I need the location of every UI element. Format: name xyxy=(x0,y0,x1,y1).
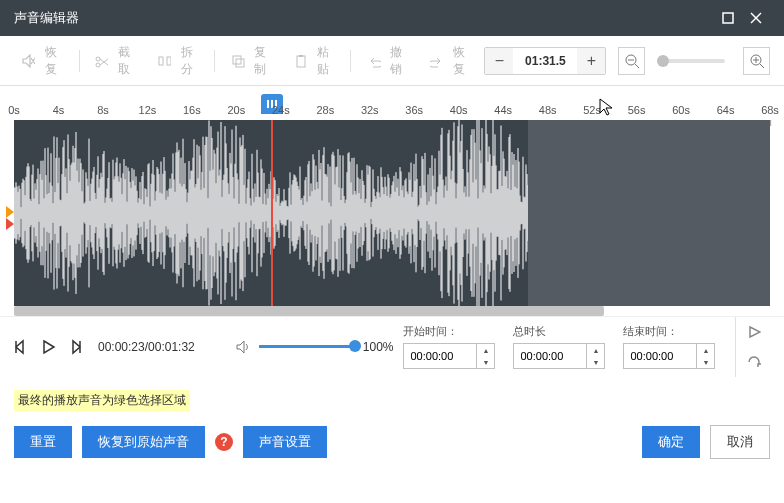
svg-rect-3 xyxy=(159,57,163,65)
spin-up[interactable]: ▲ xyxy=(697,344,714,356)
split-button[interactable]: 拆分 xyxy=(150,39,207,83)
waveform-area[interactable] xyxy=(14,120,770,316)
spin-down[interactable]: ▼ xyxy=(587,356,604,368)
window-title: 声音编辑器 xyxy=(14,9,79,27)
volume-control: 100% xyxy=(235,339,394,355)
copy-icon xyxy=(231,54,244,68)
sound-settings-button[interactable]: 声音设置 xyxy=(243,426,327,458)
svg-rect-5 xyxy=(233,56,241,64)
ruler-tick: 12s xyxy=(139,104,157,116)
transport-controls: 00:00:23/00:01:32 100% 开始时间： ▲▼ 总时长 ▲▼ 结… xyxy=(0,316,784,376)
end-marker[interactable] xyxy=(6,218,14,230)
total-time-input[interactable]: ▲▼ xyxy=(513,343,605,369)
end-time-input[interactable]: ▲▼ xyxy=(623,343,715,369)
start-marker[interactable] xyxy=(6,206,14,218)
ruler-tick: 64s xyxy=(717,104,735,116)
time-display: 01:31.5 xyxy=(513,54,577,68)
total-time-label: 总时长 xyxy=(513,324,605,339)
ruler-tick: 16s xyxy=(183,104,201,116)
ruler-tick: 32s xyxy=(361,104,379,116)
paste-button[interactable]: 粘贴 xyxy=(286,39,343,83)
undo-button[interactable]: 撤销 xyxy=(359,39,416,83)
ruler-tick: 40s xyxy=(450,104,468,116)
ruler-tick: 60s xyxy=(672,104,690,116)
title-bar: 声音编辑器 xyxy=(0,0,784,36)
play-button[interactable] xyxy=(40,335,56,359)
ruler-tick: 36s xyxy=(405,104,423,116)
hint-text: 最终的播放声音为绿色选择区域 xyxy=(14,390,190,411)
ruler-tick: 48s xyxy=(539,104,557,116)
spin-up[interactable]: ▲ xyxy=(477,344,494,356)
svg-line-13 xyxy=(760,64,764,68)
split-icon xyxy=(158,54,171,68)
copy-button[interactable]: 复制 xyxy=(223,39,280,83)
help-icon[interactable]: ? xyxy=(215,433,233,451)
svg-rect-8 xyxy=(299,55,303,57)
time-plus-button[interactable]: + xyxy=(577,48,605,74)
volume-slider[interactable] xyxy=(259,345,355,348)
volume-thumb[interactable] xyxy=(349,340,361,352)
ruler-tick: 52s xyxy=(583,104,601,116)
end-time-label: 结束时间： xyxy=(623,324,715,339)
time-stepper: − 01:31.5 + xyxy=(484,47,606,75)
paste-icon xyxy=(294,54,307,68)
ruler-tick: 24s xyxy=(272,104,290,116)
reset-button[interactable]: 重置 xyxy=(14,426,72,458)
timecode-display: 00:00:23/00:01:32 xyxy=(98,340,195,354)
spin-down[interactable]: ▼ xyxy=(697,356,714,368)
reload-button[interactable] xyxy=(736,347,772,377)
speaker-mute-icon xyxy=(22,54,35,68)
toolbar: 恢复 截取 拆分 复制 粘贴 撤销 恢复 − 01:31.5 + xyxy=(0,36,784,86)
zoom-in-button[interactable] xyxy=(743,47,770,75)
spin-down[interactable]: ▼ xyxy=(477,356,494,368)
zoom-slider[interactable] xyxy=(657,59,725,63)
ruler-tick: 68s xyxy=(761,104,779,116)
svg-line-10 xyxy=(635,64,639,68)
next-frame-button[interactable] xyxy=(66,335,82,359)
svg-rect-0 xyxy=(723,13,733,23)
spin-up[interactable]: ▲ xyxy=(587,344,604,356)
redo-icon xyxy=(430,54,443,68)
start-time-label: 开始时间： xyxy=(403,324,495,339)
svg-rect-7 xyxy=(297,56,305,67)
ruler-tick: 28s xyxy=(316,104,334,116)
ruler-tick: 0s xyxy=(8,104,20,116)
ruler-tick: 4s xyxy=(53,104,65,116)
undo-icon xyxy=(367,54,380,68)
ok-button[interactable]: 确定 xyxy=(642,426,700,458)
zoom-thumb[interactable] xyxy=(657,55,669,67)
cancel-button[interactable]: 取消 xyxy=(710,425,770,459)
redo-button[interactable]: 恢复 xyxy=(422,39,479,83)
start-time-input[interactable]: ▲▼ xyxy=(403,343,495,369)
cut-button[interactable]: 截取 xyxy=(87,39,144,83)
prev-frame-button[interactable] xyxy=(14,335,30,359)
preview-play-button[interactable] xyxy=(736,317,772,347)
horizontal-scrollbar[interactable] xyxy=(14,306,604,316)
volume-percent: 100% xyxy=(363,340,394,354)
time-minus-button[interactable]: − xyxy=(485,48,513,74)
ruler-tick: 44s xyxy=(494,104,512,116)
svg-rect-4 xyxy=(167,57,171,65)
timeline-ruler[interactable]: 0s4s8s12s16s20s24s28s32s36s40s44s48s52s5… xyxy=(14,86,770,120)
restore-original-button[interactable]: 恢复到原始声音 xyxy=(82,426,205,458)
ruler-tick: 20s xyxy=(227,104,245,116)
footer: 重置 恢复到原始声音 ? 声音设置 确定 取消 xyxy=(0,425,784,473)
ruler-tick: 8s xyxy=(97,104,109,116)
close-button[interactable] xyxy=(742,4,770,32)
restore-button[interactable]: 恢复 xyxy=(14,39,71,83)
zoom-out-button[interactable] xyxy=(618,47,645,75)
playhead-line[interactable] xyxy=(271,120,273,306)
scissors-icon xyxy=(95,54,108,68)
ruler-tick: 56s xyxy=(628,104,646,116)
maximize-button[interactable] xyxy=(714,4,742,32)
svg-rect-6 xyxy=(236,59,244,67)
speaker-icon xyxy=(235,339,251,355)
